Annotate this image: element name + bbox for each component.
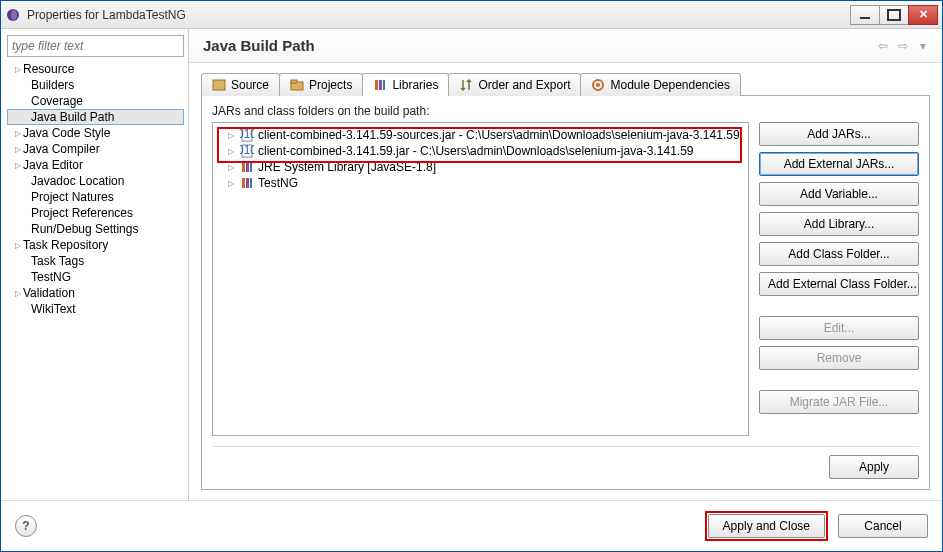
svg-rect-7 xyxy=(383,80,385,90)
add-variable-button[interactable]: Add Variable... xyxy=(759,182,919,206)
tab-source[interactable]: Source xyxy=(201,73,280,96)
list-item[interactable]: ▷TestNG xyxy=(216,175,745,191)
tree-label: Java Editor xyxy=(23,158,83,172)
tree-item-coverage[interactable]: Coverage xyxy=(7,93,184,109)
svg-text:010: 010 xyxy=(240,144,254,157)
tab-libraries[interactable]: Libraries xyxy=(362,73,449,96)
tree-item-java-compiler[interactable]: ▷Java Compiler xyxy=(7,141,184,157)
panel-label: JARs and class folders on the build path… xyxy=(212,104,919,118)
tree-item-java-editor[interactable]: ▷Java Editor xyxy=(7,157,184,173)
list-item[interactable]: ▷010client-combined-3.141.59-sources.jar… xyxy=(216,127,745,143)
nav-menu-icon[interactable]: ▾ xyxy=(916,39,930,53)
add-jars-button[interactable]: Add JARs... xyxy=(759,122,919,146)
tree-item-project-references[interactable]: Project References xyxy=(7,205,184,221)
help-icon[interactable]: ? xyxy=(15,515,37,537)
svg-rect-18 xyxy=(246,178,249,188)
tree-item-java-build-path[interactable]: Java Build Path xyxy=(7,109,184,125)
edit-button[interactable]: Edit... xyxy=(759,316,919,340)
button-column: Add JARs... Add External JARs... Add Var… xyxy=(759,122,919,436)
tree-item-resource[interactable]: ▷Resource xyxy=(7,61,184,77)
item-label: JRE System Library [JavaSE-1.8] xyxy=(258,160,436,174)
add-class-folder-button[interactable]: Add Class Folder... xyxy=(759,242,919,266)
svg-rect-16 xyxy=(250,162,252,172)
tree-label: Task Tags xyxy=(31,254,84,268)
classpath-list[interactable]: ▷010client-combined-3.141.59-sources.jar… xyxy=(212,122,749,436)
item-label: TestNG xyxy=(258,176,298,190)
migrate-jar-button[interactable]: Migrate JAR File... xyxy=(759,390,919,414)
svg-point-9 xyxy=(596,83,600,87)
library-icon xyxy=(240,160,254,174)
tree-label: Java Compiler xyxy=(23,142,100,156)
module-icon xyxy=(591,78,605,92)
svg-rect-17 xyxy=(242,178,245,188)
tab-label: Projects xyxy=(309,78,352,92)
window-close-button[interactable] xyxy=(908,5,938,25)
tree-label: Builders xyxy=(31,78,74,92)
tree-label: TestNG xyxy=(31,270,71,284)
tab-module-dependencies[interactable]: Module Dependencies xyxy=(580,73,740,96)
order-icon xyxy=(459,78,473,92)
tree-label: Task Repository xyxy=(23,238,108,252)
filter-input[interactable] xyxy=(7,35,184,57)
libraries-panel: JARs and class folders on the build path… xyxy=(201,95,930,490)
tree-item-task-repository[interactable]: ▷Task Repository xyxy=(7,237,184,253)
tree-label: Project References xyxy=(31,206,133,220)
tree-label: Run/Debug Settings xyxy=(31,222,138,236)
tree-item-validation[interactable]: ▷Validation xyxy=(7,285,184,301)
apply-and-close-button[interactable]: Apply and Close xyxy=(708,514,825,538)
tab-label: Module Dependencies xyxy=(610,78,729,92)
add-external-jars-button[interactable]: Add External JARs... xyxy=(759,152,919,176)
item-label: client-combined-3.141.59.jar - C:\Users\… xyxy=(258,144,694,158)
tree-item-task-tags[interactable]: Task Tags xyxy=(7,253,184,269)
add-library-button[interactable]: Add Library... xyxy=(759,212,919,236)
page-title: Java Build Path xyxy=(203,37,876,54)
title-bar: Properties for LambdaTestNG xyxy=(1,1,942,29)
cancel-button[interactable]: Cancel xyxy=(838,514,928,538)
tree-item-java-code-style[interactable]: ▷Java Code Style xyxy=(7,125,184,141)
tab-label: Source xyxy=(231,78,269,92)
tab-label: Libraries xyxy=(392,78,438,92)
tree-item-project-natures[interactable]: Project Natures xyxy=(7,189,184,205)
nav-back-icon[interactable]: ⇦ xyxy=(876,39,890,53)
jar-icon: 010 xyxy=(240,144,254,158)
window-maximize-button[interactable] xyxy=(879,5,909,25)
projects-icon xyxy=(290,78,304,92)
sidebar: ▷Resource Builders Coverage Java Build P… xyxy=(1,29,189,500)
tree-item-run-debug-settings[interactable]: Run/Debug Settings xyxy=(7,221,184,237)
list-item[interactable]: ▷JRE System Library [JavaSE-1.8] xyxy=(216,159,745,175)
tree-item-javadoc-location[interactable]: Javadoc Location xyxy=(7,173,184,189)
tab-bar: Source Projects Libraries Order and Expo… xyxy=(201,73,930,96)
svg-rect-4 xyxy=(291,80,297,83)
tree-label: Project Natures xyxy=(31,190,114,204)
remove-button[interactable]: Remove xyxy=(759,346,919,370)
tab-projects[interactable]: Projects xyxy=(279,73,363,96)
item-label: client-combined-3.141.59-sources.jar - C… xyxy=(258,128,740,142)
category-tree[interactable]: ▷Resource Builders Coverage Java Build P… xyxy=(7,61,184,496)
dialog-footer: ? Apply and Close Cancel xyxy=(1,500,942,551)
tree-item-builders[interactable]: Builders xyxy=(7,77,184,93)
tree-label: Resource xyxy=(23,62,74,76)
svg-rect-15 xyxy=(246,162,249,172)
svg-point-1 xyxy=(11,10,17,20)
tree-label: Javadoc Location xyxy=(31,174,124,188)
add-external-class-folder-button[interactable]: Add External Class Folder... xyxy=(759,272,919,296)
tree-label: WikiText xyxy=(31,302,76,316)
tab-order-export[interactable]: Order and Export xyxy=(448,73,581,96)
tree-item-wikitext[interactable]: WikiText xyxy=(7,301,184,317)
library-icon xyxy=(240,176,254,190)
nav-forward-icon[interactable]: ⇨ xyxy=(896,39,910,53)
list-item[interactable]: ▷010client-combined-3.141.59.jar - C:\Us… xyxy=(216,143,745,159)
tree-label: Java Code Style xyxy=(23,126,110,140)
svg-rect-19 xyxy=(250,178,252,188)
eclipse-icon xyxy=(5,7,21,23)
window-minimize-button[interactable] xyxy=(850,5,880,25)
tree-item-testng[interactable]: TestNG xyxy=(7,269,184,285)
svg-rect-5 xyxy=(375,80,378,90)
svg-rect-14 xyxy=(242,162,245,172)
window-title: Properties for LambdaTestNG xyxy=(27,8,851,22)
tree-label: Validation xyxy=(23,286,75,300)
source-icon xyxy=(212,78,226,92)
highlight-annotation: Apply and Close xyxy=(705,511,828,541)
apply-button[interactable]: Apply xyxy=(829,455,919,479)
tab-label: Order and Export xyxy=(478,78,570,92)
